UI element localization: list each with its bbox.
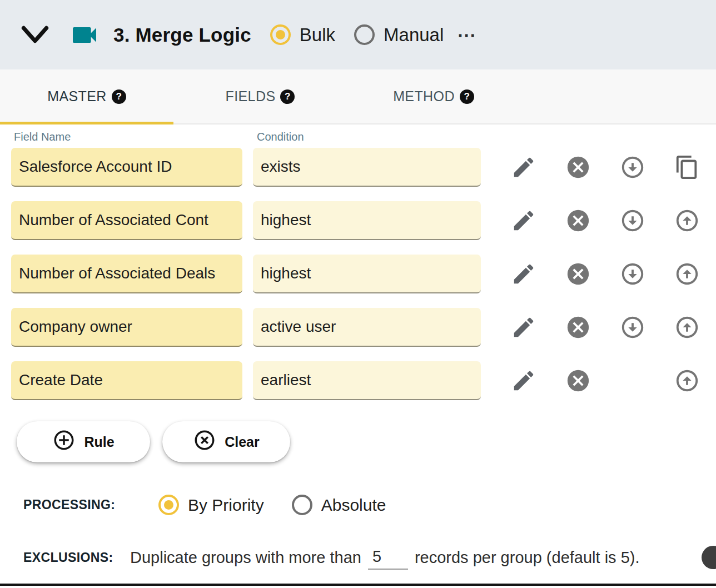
radio-selected-icon: [270, 24, 291, 45]
row-actions: [511, 261, 700, 287]
tab-master[interactable]: MASTER ?: [0, 69, 173, 123]
field-name-input[interactable]: [11, 148, 242, 187]
more-options-button[interactable]: ⋯: [457, 26, 476, 44]
rule-buttons: Rule Clear: [17, 421, 716, 462]
icon-spacer: [620, 368, 645, 393]
row-actions: [511, 208, 700, 233]
exclusions-text-before: Duplicate groups with more than: [130, 549, 361, 567]
column-headers: Field Name Condition: [0, 131, 716, 143]
tab-master-label: MASTER: [47, 88, 107, 104]
processing-section: PROCESSING: By Priority Absolute: [0, 495, 716, 515]
bulk-label: Bulk: [300, 24, 335, 46]
field-name-column-label: Field Name: [14, 131, 257, 143]
radio-unselected-icon: [292, 495, 312, 515]
condition-input[interactable]: [253, 255, 481, 293]
manual-label: Manual: [384, 24, 444, 46]
rule-row: [0, 308, 716, 347]
move-up-icon[interactable]: [674, 261, 700, 287]
remove-icon[interactable]: [565, 368, 591, 393]
panel-header: 3. Merge Logic Bulk Manual ⋯: [0, 0, 716, 69]
copy-icon[interactable]: [674, 155, 700, 180]
edit-icon[interactable]: [511, 261, 536, 287]
exclusions-label: EXCLUSIONS:: [23, 550, 130, 565]
processing-label: PROCESSING:: [23, 497, 158, 512]
move-up-icon[interactable]: [674, 368, 700, 393]
radio-bulk[interactable]: Bulk: [270, 24, 335, 46]
row-actions: [511, 155, 700, 180]
tab-method-label: METHOD: [393, 88, 455, 104]
radio-absolute[interactable]: Absolute: [292, 495, 386, 515]
remove-icon[interactable]: [565, 155, 591, 180]
clear-rules-button[interactable]: Clear: [162, 421, 290, 462]
field-name-input[interactable]: [11, 361, 242, 400]
edit-icon[interactable]: [511, 208, 536, 233]
move-up-icon[interactable]: [674, 208, 700, 233]
merge-logic-panel: 3. Merge Logic Bulk Manual ⋯ MASTER ? FI…: [0, 0, 716, 588]
rule-row: [0, 255, 716, 293]
tab-fields[interactable]: FIELDS ?: [173, 69, 347, 123]
tab-method[interactable]: METHOD ?: [347, 69, 520, 123]
remove-icon[interactable]: [565, 315, 591, 340]
exclusions-section: EXCLUSIONS: Duplicate groups with more t…: [0, 545, 716, 570]
videocam-icon[interactable]: [69, 19, 100, 51]
condition-input[interactable]: [253, 201, 481, 240]
help-icon[interactable]: [702, 546, 716, 569]
row-actions: [511, 315, 700, 340]
radio-selected-icon: [158, 495, 179, 515]
move-down-icon[interactable]: [620, 155, 645, 180]
radio-manual[interactable]: Manual: [354, 24, 444, 46]
add-circle-icon: [52, 428, 76, 455]
exclusions-count-input[interactable]: [368, 545, 408, 570]
move-down-icon[interactable]: [620, 315, 645, 340]
collapse-button[interactable]: [19, 18, 52, 52]
field-name-input[interactable]: [11, 255, 242, 293]
exclusions-text-after: records per group (default is 5).: [415, 549, 640, 567]
move-down-icon[interactable]: [620, 261, 645, 287]
edit-icon[interactable]: [511, 368, 536, 393]
section-divider: [0, 584, 716, 586]
radio-by-priority[interactable]: By Priority: [158, 495, 264, 515]
condition-input[interactable]: [253, 308, 481, 347]
move-down-icon[interactable]: [620, 208, 645, 233]
rule-row: [0, 201, 716, 240]
condition-input[interactable]: [253, 148, 481, 187]
move-up-icon[interactable]: [674, 315, 700, 340]
chevron-down-icon: [19, 19, 52, 51]
help-icon[interactable]: ?: [112, 89, 126, 104]
edit-icon[interactable]: [511, 315, 536, 340]
clear-circle-icon: [193, 428, 216, 455]
rule-row: [0, 361, 716, 400]
remove-icon[interactable]: [565, 208, 591, 233]
panel-title: 3. Merge Logic: [113, 24, 251, 46]
absolute-label: Absolute: [321, 496, 386, 515]
tab-bar: MASTER ? FIELDS ? METHOD ?: [0, 69, 716, 124]
edit-icon[interactable]: [511, 155, 536, 180]
condition-input[interactable]: [253, 361, 481, 400]
help-icon[interactable]: ?: [460, 89, 474, 104]
rule-row: [0, 148, 716, 187]
row-actions: [511, 368, 700, 393]
remove-icon[interactable]: [565, 261, 591, 287]
help-icon[interactable]: ?: [280, 89, 295, 104]
field-name-input[interactable]: [11, 308, 242, 347]
tab-fields-label: FIELDS: [226, 88, 276, 104]
clear-rules-label: Clear: [225, 434, 260, 450]
condition-column-label: Condition: [257, 131, 304, 143]
by-priority-label: By Priority: [188, 496, 264, 515]
field-name-input[interactable]: [11, 201, 242, 240]
add-rule-label: Rule: [84, 434, 114, 450]
radio-unselected-icon: [354, 24, 375, 45]
add-rule-button[interactable]: Rule: [17, 421, 150, 462]
